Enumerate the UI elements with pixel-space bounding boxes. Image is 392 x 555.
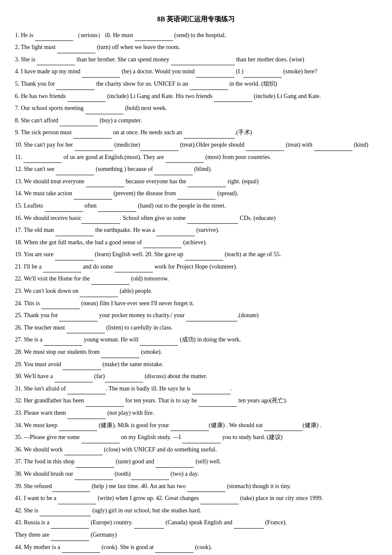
- answer-blank: [55, 254, 93, 260]
- answer-blank: [67, 412, 106, 419]
- answer-blank: [171, 58, 235, 65]
- answer-blank: [264, 424, 303, 431]
- answer-blank: [51, 534, 89, 541]
- answer-blank: [143, 241, 182, 248]
- answer-blank: [155, 546, 193, 553]
- exercise-line: 29. You must avoid (make) the same mista…: [15, 359, 377, 370]
- answer-blank: [56, 83, 95, 90]
- answer-blank: [190, 83, 228, 90]
- answer-blank: [177, 193, 216, 199]
- exercise-line: 24. This is (mean) film I have ever seen…: [15, 298, 377, 309]
- answer-blank: [187, 180, 226, 187]
- answer-blank: [154, 168, 193, 175]
- exercise-line: 3. She is than her brother. She can spen…: [15, 54, 377, 66]
- exercise-line: 21. I'll be a and do some work for Proje…: [15, 261, 377, 273]
- answer-blank: [45, 205, 83, 212]
- answer-blank: [187, 485, 225, 492]
- exercise-line: 41. I want to be a (write) when I grow u…: [15, 493, 377, 504]
- answer-blank: [62, 546, 100, 553]
- answer-blank: [59, 424, 97, 431]
- answer-blank: [314, 144, 352, 151]
- answer-blank: [76, 461, 114, 468]
- answer-blank: [156, 229, 195, 236]
- answer-blank: [140, 144, 179, 151]
- answer-blank: [187, 217, 238, 224]
- exercise-line: 13. We should treat everyone because eve…: [15, 176, 377, 188]
- answer-blank: [35, 34, 73, 41]
- page-title: 8B 英语词汇运用专项练习: [15, 13, 377, 26]
- exercise-line: 43. Russia is a (Europe) country. (Canad…: [15, 517, 377, 529]
- exercise-line: 44. My mother is a (cook). She is good a…: [15, 542, 377, 553]
- answer-blank: [199, 400, 237, 407]
- answer-blank: [55, 229, 94, 236]
- answer-blank: [196, 71, 234, 78]
- exercise-line: 27. She is a young woman. He will (成功) i…: [15, 334, 377, 346]
- answer-blank: [52, 485, 90, 492]
- exercise-line: 4. I have made up my mind (be) a doctor.…: [15, 66, 377, 78]
- answer-blank: [243, 71, 282, 78]
- answer-blank: [134, 522, 164, 529]
- answer-blank: [59, 315, 98, 321]
- answer-blank: [81, 217, 120, 224]
- answer-blank: [170, 424, 209, 431]
- answer-blank: [86, 180, 124, 187]
- answer-blank: [135, 34, 173, 41]
- exercise-line: 38. We should brush our (tooth) (two) a …: [15, 468, 377, 480]
- answer-blank: [23, 156, 62, 163]
- exercise-line: 9. The sick person must on at once. He n…: [15, 127, 377, 139]
- answer-blank: [234, 522, 264, 529]
- answer-blank: [55, 376, 93, 382]
- answer-blank: [156, 461, 194, 468]
- exercise-line: 2. The light must (turn) off when we lea…: [15, 42, 377, 53]
- exercise-line: 32. Her grandfather has been for ten yea…: [15, 395, 377, 407]
- exercise-line: 39. She refused (help ) me last time. 40…: [15, 481, 377, 492]
- answer-blank: [131, 473, 169, 480]
- exercise-line: 1. He is （serious） ill. He must (send) t…: [15, 30, 377, 41]
- answer-blank: [63, 363, 101, 370]
- answer-blank: [246, 144, 284, 151]
- answer-blank: [115, 266, 153, 272]
- exercise-line: 31. She isn't afraid of . The man is bad…: [15, 383, 377, 395]
- exercise-line: 12. She can't see (something ) because o…: [15, 164, 377, 175]
- answer-blank: [41, 302, 80, 309]
- answer-blank: [185, 254, 223, 260]
- answer-blank: [182, 436, 221, 443]
- exercise-line: 10. She can't pay for her (medicine) (tr…: [15, 139, 377, 151]
- exercise-line: They three are (Germany): [15, 529, 377, 541]
- answer-blank: [43, 266, 81, 272]
- exercise-content: 1. He is （serious） ill. He must (send) t…: [15, 30, 377, 555]
- answer-blank: [73, 132, 112, 139]
- answer-blank: [64, 448, 103, 455]
- answer-blank: [44, 339, 82, 346]
- exercise-line: 23. We can't look down on (able) people.: [15, 286, 377, 297]
- answer-blank: [81, 436, 120, 443]
- answer-blank: [74, 193, 112, 199]
- exercise-line: 22. We'll visit the Home for the (old) t…: [15, 273, 377, 285]
- answer-blank: [98, 205, 136, 212]
- exercise-line: 11. of us are good at English.(most). Th…: [15, 152, 377, 163]
- answer-blank: [140, 339, 178, 346]
- answer-blank: [80, 290, 118, 297]
- answer-blank: [86, 400, 124, 407]
- answer-blank: [200, 497, 239, 504]
- exercise-line: 5. Thank you for the charity show for us…: [15, 78, 377, 90]
- answer-blank: [51, 522, 89, 529]
- exercise-line: 28. We must stop our students from (smok…: [15, 347, 377, 358]
- exercise-line: 42. She is (ugly) girl in our school, bu…: [15, 505, 377, 517]
- answer-blank: [85, 107, 124, 114]
- exercise-line: 15. Leaflets often (hand) out to the peo…: [15, 200, 377, 212]
- exercise-line: 6. He has two friends (include) Li Gang …: [15, 91, 377, 102]
- answer-blank: [214, 95, 252, 102]
- exercise-line: 18. When she got full marks, she had a g…: [15, 237, 377, 249]
- answer-blank: [186, 315, 237, 321]
- exercise-line: 33. Please warn them (not play) with fir…: [15, 408, 377, 419]
- answer-blank: [66, 327, 105, 333]
- answer-blank: [58, 497, 96, 504]
- answer-blank: [101, 351, 139, 358]
- answer-blank: [67, 95, 106, 102]
- answer-blank: [56, 168, 94, 175]
- exercise-line: 7. Our school sports meeting (hold) next…: [15, 103, 377, 114]
- exercise-line: 14. We must take action (prevent) the di…: [15, 188, 377, 199]
- exercise-line: 19. You are sure (learn) English well. 2…: [15, 249, 377, 260]
- answer-blank: [37, 58, 75, 65]
